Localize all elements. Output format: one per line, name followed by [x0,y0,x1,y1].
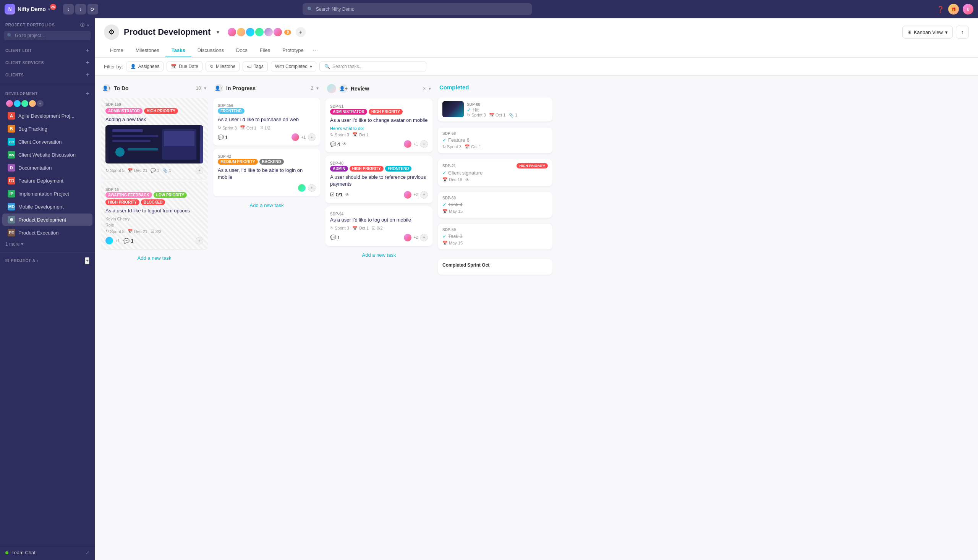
completed-card-sdp-59[interactable]: SDP-59 ✓ Task 3 📅 May 15 [438,224,552,250]
assign-button-sdp-40[interactable]: + [420,191,428,198]
card-tags-sdp-42: MEDIUM PRIORITY BACKEND [218,159,316,165]
completed-card-sdp-68[interactable]: SDP-68 ✓ Feature 6 ↻ Sprint 3 📅 Oct 1 [438,128,552,153]
ei-label: EI PROJECT A › [5,258,38,263]
card-sdp-42[interactable]: SDP-42 MEDIUM PRIORITY BACKEND As a user… [213,148,320,196]
review-add-task-button[interactable]: Add a new task [325,249,432,261]
clients-add-button[interactable]: + [86,72,89,78]
with-completed-button[interactable]: With Completed ▾ [271,62,317,72]
review-collapse-button[interactable]: ▾ [429,86,431,91]
tab-docs[interactable]: Docs [230,44,254,57]
card-meta-sdp-156: ↻ Sprint 3 📅 Oct 1 ☑ 1/2 [218,125,316,130]
back-button[interactable]: ‹ [63,4,74,15]
tab-files[interactable]: Files [254,44,276,57]
assign-button-sdp-94[interactable]: + [420,234,428,242]
card-meta-sdp-16: ↻ Sprint 5 📅 Dec 21 ☑ 3/3 [105,229,203,234]
tab-tasks[interactable]: Tasks [165,44,192,57]
content-area: ⚙ Product Development ▾ 8 + ⊞ Kanban V [95,18,978,560]
project-name-dropdown[interactable]: ▾ [217,29,219,35]
tag-high-21: HIGH PRIORITY [516,163,548,168]
assign-button-sdp-156[interactable]: + [308,133,316,141]
assign-button-sdp-42[interactable]: + [308,184,316,192]
sidebar-item-mobile[interactable]: MD Mobile Development [2,200,92,213]
assignees-filter-button[interactable]: 👤 Assignees [126,62,163,72]
nav-buttons: ‹ › ⟳ [63,4,98,15]
milestone-filter-button[interactable]: ↻ Milestone [205,62,240,72]
sidebar-item-docs[interactable]: D Documentation [2,162,92,174]
check-icon-60: ✓ [442,202,447,207]
development-add-button[interactable]: + [86,90,89,97]
card-id-sdp-160: SDP-160 [105,102,121,107]
sidebar-search[interactable]: 🔍 Go to project... [4,31,91,40]
export-button[interactable]: ↑ [956,26,969,38]
add-member-button[interactable]: + [296,27,306,37]
help-icon[interactable]: ❓ [937,6,945,13]
card-sdp-16[interactable]: SDP-16 AWAITING FEEDBACK LOW PRIORITY HI… [101,182,208,249]
tabs-more-button[interactable]: ··· [310,44,321,57]
todo-collapse-button[interactable]: ▾ [204,85,206,91]
client-services-add-button[interactable]: + [86,59,89,66]
todo-add-task-button[interactable]: Add a new task [101,252,208,264]
todo-title: To Do [114,85,193,91]
tab-milestones[interactable]: Milestones [130,44,165,57]
completed-card-first[interactable]: SDP-88 ✓ Hit ↻ Sprint 3 📅 Oct 1 📎 1 [438,97,552,122]
sidebar-collapse-button[interactable]: « [87,23,89,28]
sidebar-more-toggle[interactable]: 1 more ▾ [0,239,95,249]
team-avatar-add[interactable]: + [36,99,44,108]
client-list-add-button[interactable]: + [86,47,89,54]
assign-button-sdp-16[interactable]: + [196,237,203,245]
notification-badge[interactable]: 25 [50,4,56,10]
user-avatar[interactable]: 🎁 [948,4,959,15]
team-avatar-3 [21,99,29,108]
review-add-person-button[interactable]: 👤+ [339,84,348,93]
column-completed: Completed SDP-88 ✓ [438,82,552,275]
profile-avatar[interactable]: U [963,4,973,15]
progress-add-task-button[interactable]: Add a new task [213,199,320,211]
global-search[interactable]: 🔍 Search Nifty Demo [303,3,532,15]
subtasks-sdp-156: ☑ 1/2 [259,125,270,130]
progress-add-person-button[interactable]: 👤+ [215,84,223,92]
app-logo[interactable]: N Nifty Demo ▾ 25 [5,4,56,15]
todo-add-person-button[interactable]: 👤+ [102,84,111,92]
sidebar-item-impl[interactable]: IP Implementation Project [2,188,92,200]
tab-discussions[interactable]: Discussions [192,44,230,57]
sidebar-item-client-web[interactable]: cw Client Website Discussion [2,148,92,161]
forward-button[interactable]: › [75,4,86,15]
tag-awaiting-sdp-16: AWAITING FEEDBACK [105,192,152,198]
sidebar-item-icon-product-exec: PE [8,229,15,237]
team-chat[interactable]: Team Chat ⤢ [0,545,95,560]
history-button[interactable]: ⟳ [87,4,98,15]
card-id-sdp-91: SDP-91 [330,104,343,108]
completed-card-sdp-21[interactable]: SDP-21 HIGH PRIORITY ✓ Client signature … [438,159,552,186]
card-sdp-94[interactable]: SDP-94 As a user I'd like to log out on … [325,206,432,246]
ei-add-button[interactable]: + [85,257,89,264]
completed-title-88: Hit [473,107,479,113]
sidebar-item-feature[interactable]: FD Feature Deployment [2,175,92,187]
assign-button-sdp-160[interactable]: + [196,167,203,174]
sidebar-item-agile[interactable]: A Agile Development Proj... [2,110,92,122]
tags-filter-button[interactable]: 🏷 Tags [243,62,267,72]
card-sdp-160[interactable]: SDP-160 ADMINISTRATOR HIGH PRIORITY Addi… [101,98,208,179]
sidebar-item-icon-mobile: MD [8,203,15,210]
assign-button-sdp-91[interactable]: + [420,140,428,148]
due-date-filter-button[interactable]: 📅 Due Date [167,62,202,72]
tab-prototype[interactable]: Prototype [276,44,310,57]
card-sdp-40[interactable]: SDP-40 ADMIN HIGH PRIORITY FRONTEND A us… [325,155,432,203]
completed-card-sdp-60[interactable]: SDP-60 ✓ Task 4 📅 May 15 [438,192,552,218]
sidebar-item-product-dev[interactable]: ⚙ Product Development [2,213,92,226]
sidebar-item-product-exec[interactable]: PE Product Execution [2,227,92,239]
kanban-board: 👤+ To Do 10 ▾ SDP-160 ADMINISTRATOR HIGH… [95,76,978,560]
member-avatar-4 [255,27,264,37]
card-sdp-91[interactable]: SDP-91 ADMINISTRATOR HIGH PRIORITY As a … [325,98,432,152]
kanban-view-button[interactable]: ⊞ Kanban View ▾ [902,26,953,38]
sprint-meta-68: ↻ Sprint 3 [442,144,462,149]
completed-title-row-21: ✓ Client signature [442,170,548,176]
search-tasks-input[interactable]: 🔍 Search tasks... [319,62,427,72]
sidebar-item-bug[interactable]: B Bug Tracking [2,123,92,135]
tab-home[interactable]: Home [104,44,130,57]
card-sdp-156[interactable]: SDP-156 FRONTEND As a user I'd like to p… [213,98,320,145]
progress-collapse-button[interactable]: ▾ [317,85,318,91]
tag-frontend-sdp-40: FRONTEND [385,166,412,172]
sidebar-item-client-conv[interactable]: cc Client Conversation [2,136,92,148]
tasks-sdp-16: ☑ 3/3 [150,229,161,234]
export-icon: ↑ [961,29,964,35]
